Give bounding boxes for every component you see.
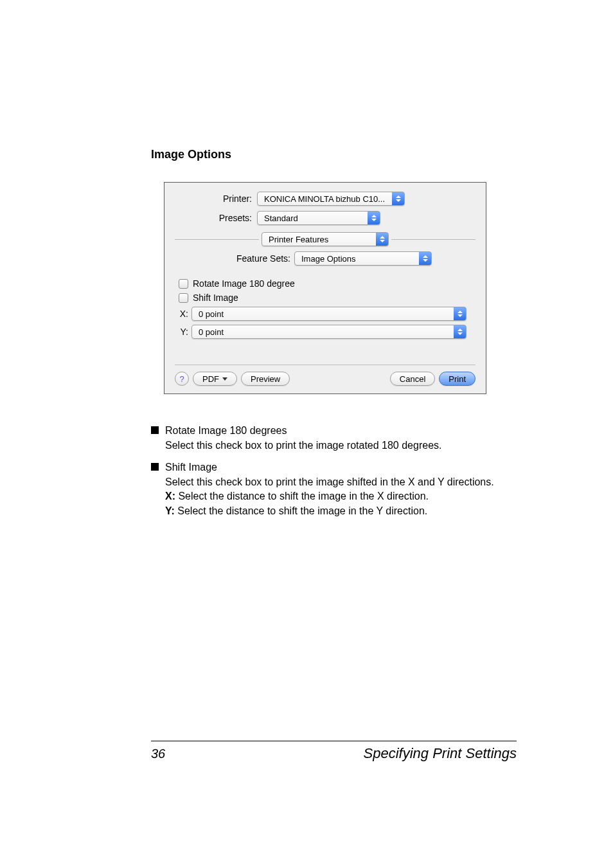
updown-arrows-icon	[368, 211, 380, 225]
section-heading: Image Options	[151, 148, 517, 161]
x-dropdown[interactable]: 0 point	[191, 307, 466, 321]
pdf-button-label: PDF	[202, 374, 219, 384]
presets-label: Presets:	[175, 213, 257, 223]
x-bold-label: X:	[165, 491, 175, 502]
printer-dropdown[interactable]: KONICA MINOLTA bizhub C10...	[257, 192, 405, 206]
print-button-label: Print	[449, 374, 466, 384]
y-value: 0 point	[199, 327, 224, 337]
body-text: Rotate Image 180 degrees Select this che…	[151, 424, 517, 519]
divider	[175, 365, 475, 365]
bullet-1-desc: Select this check box to print the image…	[165, 439, 441, 453]
help-button[interactable]: ?	[175, 372, 189, 386]
shift-image-label: Shift Image	[193, 293, 238, 303]
x-label: X:	[179, 309, 191, 319]
cancel-button[interactable]: Cancel	[390, 372, 435, 386]
feature-sets-label: Feature Sets:	[175, 253, 294, 264]
print-dialog: Printer: KONICA MINOLTA bizhub C10... Pr…	[164, 182, 486, 394]
panel-section-dropdown[interactable]: Printer Features	[262, 232, 389, 246]
bullet-2-y: Y: Select the distance to shift the imag…	[165, 504, 494, 518]
presets-dropdown[interactable]: Standard	[257, 211, 380, 225]
updown-arrows-icon	[419, 251, 432, 266]
printer-value: KONICA MINOLTA bizhub C10...	[264, 194, 385, 204]
y-text: Select the distance to shift the image i…	[175, 505, 427, 516]
rotate-image-checkbox[interactable]: Rotate Image 180 degree	[179, 278, 472, 289]
rotate-image-label: Rotate Image 180 degree	[193, 278, 295, 289]
printer-label: Printer:	[175, 194, 257, 204]
updown-arrows-icon	[392, 192, 405, 206]
page-footer: 36 Specifying Print Settings	[151, 741, 517, 762]
preview-button-label: Preview	[251, 374, 280, 384]
preview-button[interactable]: Preview	[241, 372, 290, 386]
printer-features-group: Printer Features Feature Sets: Image Opt…	[175, 239, 475, 339]
panel-section-value: Printer Features	[269, 235, 328, 244]
bullet-2-title: Shift Image	[165, 460, 494, 475]
bullet-icon	[151, 426, 159, 434]
shift-image-checkbox[interactable]: Shift Image	[179, 293, 472, 303]
page-number: 36	[151, 746, 165, 761]
bullet-icon	[151, 463, 159, 471]
x-value: 0 point	[199, 309, 224, 319]
updown-arrows-icon	[454, 325, 466, 339]
updown-arrows-icon	[454, 307, 466, 321]
print-button[interactable]: Print	[439, 372, 475, 386]
cancel-button-label: Cancel	[400, 374, 425, 384]
feature-sets-value: Image Options	[301, 254, 356, 264]
updown-arrows-icon	[376, 232, 389, 246]
footer-title: Specifying Print Settings	[364, 745, 517, 762]
bullet-2-x: X: Select the distance to shift the imag…	[165, 489, 494, 503]
help-icon: ?	[179, 374, 184, 384]
checkbox-icon	[179, 293, 188, 303]
y-bold-label: Y:	[165, 505, 175, 516]
y-dropdown[interactable]: 0 point	[191, 325, 466, 339]
feature-sets-dropdown[interactable]: Image Options	[294, 251, 432, 266]
checkbox-icon	[179, 279, 188, 289]
x-text: Select the distance to shift the image i…	[175, 491, 429, 502]
bullet-2-desc: Select this check box to print the image…	[165, 475, 494, 489]
pdf-menu-button[interactable]: PDF	[193, 372, 237, 386]
presets-value: Standard	[264, 213, 298, 223]
y-label: Y:	[179, 327, 191, 337]
bullet-1-title: Rotate Image 180 degrees	[165, 424, 441, 438]
